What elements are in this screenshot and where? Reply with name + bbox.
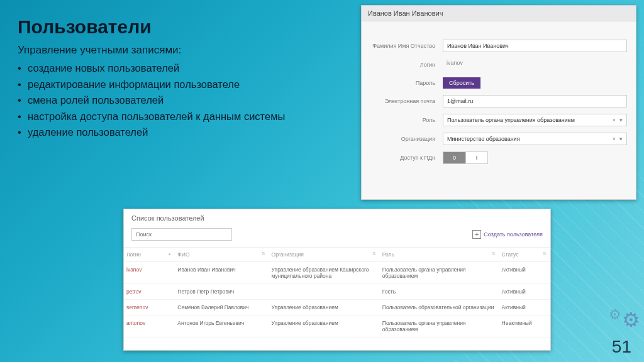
cell-status: Активный [499, 284, 550, 300]
bullet-item: настройка доступа пользователей к данным… [18, 109, 357, 125]
cell-login: petrov [124, 284, 175, 300]
panel-header: Иванов Иван Иванович [362, 6, 636, 21]
cell-status: Активный [499, 262, 550, 284]
table-row[interactable]: semenovСемёнов Валерий ПавловичУправлени… [124, 300, 550, 315]
cell-fio: Петров Петр Петрович [175, 284, 269, 300]
gear-icon: ⚙ [609, 307, 621, 323]
cell-org [269, 284, 380, 300]
search-input[interactable] [131, 228, 232, 241]
bullet-item: создание новых пользователей [18, 60, 357, 77]
login-value: ivanov [443, 58, 627, 71]
page-subtitle: Управление учетными записями: [18, 44, 181, 57]
page-number: 51 [612, 337, 631, 357]
cell-status: Активный [499, 300, 550, 315]
sort-icon: ⇅ [372, 251, 376, 256]
col-role[interactable]: Роль⇅ [380, 248, 499, 262]
cell-role: Гость [380, 284, 499, 300]
cell-role: Пользователь органа управления образован… [380, 315, 499, 337]
create-user-label: Создать пользователя [484, 231, 543, 238]
org-selected: Министерство образования [447, 136, 610, 142]
cell-login: antonov [124, 315, 175, 337]
role-selected: Пользователь органа управления образован… [447, 117, 610, 123]
table-row[interactable]: petrovПетров Петр ПетровичГостьАктивный [124, 284, 550, 300]
table-row[interactable]: antonovАнтонов Игорь ЕвгеньевичУправлени… [124, 315, 550, 337]
label-password: Пароль [370, 80, 443, 86]
list-title: Список пользователей [124, 209, 550, 224]
cell-org: Управление образованием Каширского муниц… [269, 262, 380, 284]
sort-icon: ⇅ [543, 251, 547, 256]
label-email: Электронная почта [370, 98, 443, 104]
org-select[interactable]: Министерство образования × ▾ [443, 133, 627, 145]
pdn-toggle[interactable]: 0 I [443, 151, 488, 164]
gear-icon: ⚙ [622, 308, 640, 332]
fio-field[interactable] [443, 40, 627, 52]
user-list-panel: Список пользователей + Создать пользоват… [123, 209, 551, 351]
label-fio: Фамилия Имя Отчество [370, 43, 443, 49]
cell-login: ivanov [124, 262, 175, 284]
col-org[interactable]: Организация⇅ [269, 248, 380, 262]
label-login: Логин [370, 62, 443, 68]
clear-icon[interactable]: × [610, 136, 618, 142]
create-user-button[interactable]: + Создать пользователя [472, 230, 543, 239]
label-pdn: Доступ к ПДн [370, 155, 443, 161]
cell-login: semenov [124, 300, 175, 315]
col-status[interactable]: Статус⇅ [499, 248, 550, 262]
chevron-down-icon[interactable]: ▾ [618, 136, 624, 142]
col-login[interactable]: Логин▴ [124, 248, 175, 262]
clear-icon[interactable]: × [610, 117, 618, 123]
cell-fio: Семёнов Валерий Павлович [175, 300, 269, 315]
sort-icon: ▴ [169, 251, 171, 256]
bullet-list: создание новых пользователей редактирова… [18, 60, 357, 141]
page-title: Пользователи [18, 16, 152, 38]
sort-icon: ⇅ [262, 251, 265, 256]
bullet-item: смена ролей пользователей [18, 92, 357, 109]
cell-fio: Антонов Игорь Евгеньевич [175, 315, 269, 337]
reset-password-button[interactable]: Сбросить [443, 77, 480, 89]
cell-role: Пользователь органа управления образован… [380, 262, 499, 284]
toggle-off: I [465, 152, 487, 163]
col-fio[interactable]: ФИО⇅ [175, 248, 269, 262]
cell-role: Пользователь образовательной организации [380, 300, 499, 315]
cell-status: Неактивный [499, 315, 550, 337]
users-table: Логин▴ ФИО⇅ Организация⇅ Роль⇅ Статус⇅ i… [124, 248, 550, 337]
bullet-item: редактирование информации пользователе [18, 77, 357, 93]
cell-fio: Иванов Иван Иванович [175, 262, 269, 284]
label-org: Организация [370, 136, 443, 142]
role-select[interactable]: Пользователь органа управления образован… [443, 114, 627, 126]
cell-org: Управление образованием [269, 315, 380, 337]
cell-org: Управление образованием [269, 300, 380, 315]
email-field[interactable] [443, 95, 627, 107]
user-edit-panel: Иванов Иван Иванович Фамилия Имя Отчеств… [361, 5, 636, 200]
sort-icon: ⇅ [492, 251, 496, 256]
chevron-down-icon[interactable]: ▾ [618, 117, 624, 123]
table-row[interactable]: ivanovИванов Иван ИвановичУправление обр… [124, 262, 550, 284]
label-role: Роль [370, 117, 443, 123]
plus-icon: + [472, 230, 481, 239]
toggle-on: 0 [443, 152, 465, 163]
bullet-item: удаление пользователей [18, 124, 357, 141]
